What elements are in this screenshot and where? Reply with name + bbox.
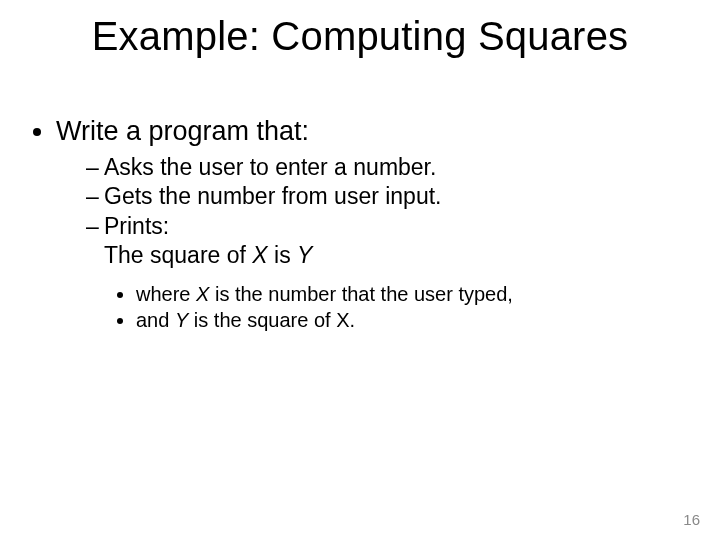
list-item: and Y is the square of X. bbox=[136, 307, 680, 333]
list-item: Prints: bbox=[86, 212, 680, 241]
text-fragment: and bbox=[136, 309, 175, 331]
slide-content: Write a program that: Asks the user to e… bbox=[34, 116, 680, 338]
text-fragment: is bbox=[268, 242, 297, 268]
text-fragment: is the square of X. bbox=[188, 309, 355, 331]
bullet-list-level2: Asks the user to enter a number. Gets th… bbox=[56, 153, 680, 241]
variable-x: X bbox=[196, 283, 209, 305]
text-fragment: The square of bbox=[104, 242, 252, 268]
bullet-list-level1: Write a program that: Asks the user to e… bbox=[34, 116, 680, 334]
text-fragment: is the number that the user typed, bbox=[209, 283, 513, 305]
page-number: 16 bbox=[683, 511, 700, 528]
list-item: where X is the number that the user type… bbox=[136, 281, 680, 307]
variable-y: Y bbox=[297, 242, 312, 268]
l1-text: Write a program that: bbox=[56, 116, 309, 146]
slide-title: Example: Computing Squares bbox=[0, 14, 720, 59]
list-item: Write a program that: Asks the user to e… bbox=[56, 116, 680, 334]
variable-x: X bbox=[252, 242, 267, 268]
list-item: Gets the number from user input. bbox=[86, 182, 680, 211]
bullet-list-level3: where X is the number that the user type… bbox=[56, 281, 680, 334]
list-item: Asks the user to enter a number. bbox=[86, 153, 680, 182]
text-fragment: where bbox=[136, 283, 196, 305]
l2-continuation: The square of X is Y bbox=[56, 241, 680, 270]
slide: Example: Computing Squares Write a progr… bbox=[0, 0, 720, 540]
variable-y: Y bbox=[175, 309, 188, 331]
